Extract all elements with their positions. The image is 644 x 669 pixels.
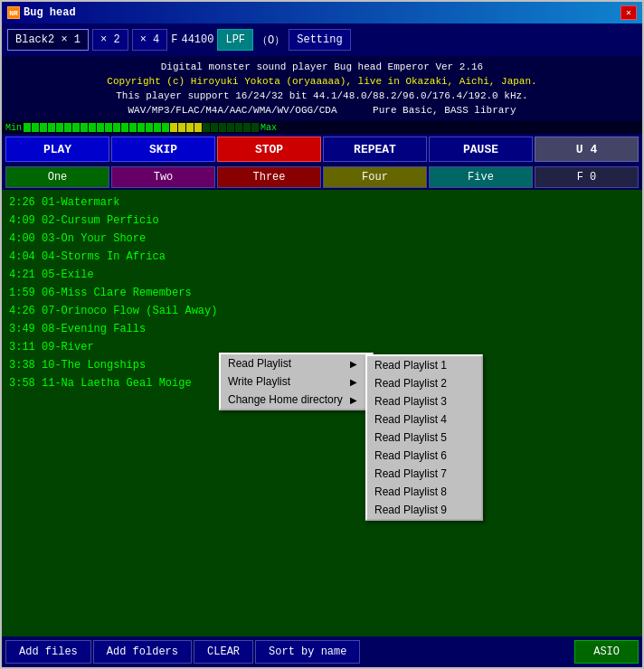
info-line4-right: Pure Basic, BASS library — [373, 105, 516, 116]
read-playlist-submenu-item-2[interactable]: Read Playlist 2 — [367, 374, 481, 392]
read-playlist-submenu-item-4[interactable]: Read Playlist 4 — [367, 410, 481, 429]
change-home-arrow: ▶ — [350, 395, 357, 405]
playlist-item[interactable]: 4:09 02-Cursum Perficio — [7, 212, 637, 230]
mode-f0-button[interactable]: F 0 — [535, 166, 639, 188]
change-home-item[interactable]: Change Home directory ▶ — [221, 391, 372, 409]
mode-row: One Two Three Four Five F 0 — [2, 165, 642, 190]
info-line4-left: WAV/MP3/FLAC/M4A/AAC/WMA/WV/OGG/CDA — [128, 105, 336, 116]
playlist-item[interactable]: 3:49 08-Evening Falls — [7, 320, 637, 338]
read-playlist-item[interactable]: Read Playlist ▶ — [221, 354, 372, 372]
vol-seg-24 — [211, 123, 218, 132]
read-playlist-arrow: ▶ — [350, 359, 357, 369]
vol-seg-23 — [203, 123, 210, 132]
playlist-item[interactable]: 4:26 07-Orinoco Flow (Sail Away) — [7, 302, 637, 320]
vol-seg-19 — [170, 123, 177, 132]
vol-min-label: Min — [5, 123, 22, 133]
asio-button[interactable]: ASIO — [574, 640, 639, 664]
playlist-item[interactable]: 1:59 06-Miss Clare Remembers — [7, 284, 637, 302]
volume-segments[interactable] — [24, 123, 259, 132]
vol-seg-18 — [162, 123, 169, 132]
pause-button[interactable]: PAUSE — [429, 137, 533, 162]
read-playlist-submenu-item-5[interactable]: Read Playlist 5 — [367, 429, 481, 447]
vol-seg-3 — [40, 123, 47, 132]
playlist-item[interactable]: 4:04 04-Storms In Africa — [7, 248, 637, 266]
info-panel: Digital monster sound player Bug head Em… — [2, 56, 642, 121]
playlist-item[interactable]: 4:21 05-Exile — [7, 266, 637, 284]
app-icon: NR — [7, 6, 20, 19]
read-playlist-submenu-item-8[interactable]: Read Playlist 8 — [367, 483, 481, 501]
vol-seg-28 — [243, 123, 251, 132]
change-home-label: Change Home directory — [228, 393, 343, 406]
write-playlist-item[interactable]: Write Playlist ▶ — [221, 372, 372, 391]
toolbar: Black2 × 1 × 2 × 4 F 44100 LPF （O） Setti… — [2, 24, 642, 56]
vol-seg-15 — [137, 123, 145, 132]
paren-label: （O） — [257, 33, 285, 48]
read-playlist-submenu-item-6[interactable]: Read Playlist 6 — [367, 447, 481, 465]
filter-button[interactable]: LPF — [217, 29, 253, 51]
vol-seg-20 — [178, 123, 185, 132]
vol-seg-13 — [121, 123, 128, 132]
vol-seg-26 — [227, 123, 234, 132]
repeat-button[interactable]: REPEAT — [323, 137, 427, 162]
context-menu: Read Playlist ▶ Read Playlist 1Read Play… — [219, 353, 374, 410]
vol-seg-12 — [113, 123, 120, 132]
preset-button[interactable]: Black2 × 1 — [7, 29, 89, 51]
main-window: NR Bug head ✕ Black2 × 1 × 2 × 4 F 44100… — [0, 0, 644, 669]
mode-three-button[interactable]: Three — [217, 166, 321, 188]
stop-button[interactable]: STOP — [217, 137, 321, 162]
vol-seg-27 — [235, 123, 242, 132]
mode-two-button[interactable]: Two — [111, 166, 215, 188]
read-playlist-submenu-item-1[interactable]: Read Playlist 1 — [367, 356, 481, 374]
info-line3: This player support 16/24/32 bit 44.1/48… — [9, 89, 635, 103]
skip-button[interactable]: SKIP — [111, 137, 215, 162]
vol-seg-1 — [24, 123, 31, 132]
setting-button[interactable]: Setting — [289, 29, 350, 51]
read-playlist-submenu-item-7[interactable]: Read Playlist 7 — [367, 465, 481, 483]
vol-seg-21 — [186, 123, 194, 132]
title-bar: NR Bug head ✕ — [2, 2, 642, 24]
vol-seg-9 — [89, 123, 96, 132]
playlist-area: 2:26 01-Watermark4:09 02-Cursum Perficio… — [2, 190, 642, 636]
vol-seg-4 — [48, 123, 55, 132]
read-playlist-menu-item[interactable]: Read Playlist ▶ Read Playlist 1Read Play… — [221, 354, 372, 372]
control-row: PLAY SKIP STOP REPEAT PAUSE U 4 — [2, 134, 642, 165]
vol-seg-2 — [32, 123, 39, 132]
vol-max-label: Max — [260, 123, 277, 133]
info-line4: WAV/MP3/FLAC/M4A/AAC/WMA/WV/OGG/CDA Pure… — [9, 103, 635, 118]
mult2-button[interactable]: × 2 — [92, 29, 128, 51]
info-line1: Digital monster sound player Bug head Em… — [9, 60, 635, 74]
vol-seg-11 — [105, 123, 112, 132]
read-playlist-submenu-item-9[interactable]: Read Playlist 9 — [367, 501, 481, 519]
vol-seg-10 — [97, 123, 104, 132]
playlist-item[interactable]: 2:26 01-Watermark — [7, 193, 637, 212]
read-playlist-submenu-item-3[interactable]: Read Playlist 3 — [367, 392, 481, 410]
play-button[interactable]: PLAY — [5, 137, 109, 162]
vol-seg-25 — [219, 123, 226, 132]
add-files-button[interactable]: Add files — [5, 640, 91, 664]
close-button[interactable]: ✕ — [620, 5, 637, 20]
add-folders-button[interactable]: Add folders — [93, 640, 192, 664]
u4-button[interactable]: U 4 — [535, 137, 639, 162]
title-bar-left: NR Bug head — [7, 6, 76, 19]
vol-seg-8 — [80, 123, 88, 132]
volume-bar: Min Max — [2, 121, 642, 134]
playlist-item[interactable]: 4:00 03-On Your Shore — [7, 230, 637, 248]
read-playlist-label: Read Playlist — [228, 357, 291, 370]
vol-seg-16 — [146, 123, 153, 132]
mode-one-button[interactable]: One — [5, 166, 109, 188]
vol-seg-17 — [154, 123, 161, 132]
write-playlist-arrow: ▶ — [350, 377, 357, 387]
mode-five-button[interactable]: Five — [429, 166, 533, 188]
context-menu-overlay: Read Playlist ▶ Read Playlist 1Read Play… — [219, 353, 374, 410]
channel-label: F — [171, 33, 177, 46]
mode-four-button[interactable]: Four — [323, 166, 427, 188]
mult4-button[interactable]: × 4 — [132, 29, 168, 51]
window-title: Bug head — [24, 6, 76, 19]
sample-rate-label: 44100 — [181, 33, 213, 46]
clear-button[interactable]: CLEAR — [194, 640, 253, 664]
bottom-bar: Add files Add folders CLEAR Sort by name… — [2, 636, 642, 667]
vol-seg-5 — [56, 123, 63, 132]
sort-by-name-button[interactable]: Sort by name — [255, 640, 360, 664]
vol-seg-29 — [251, 123, 259, 132]
vol-seg-7 — [72, 123, 80, 132]
